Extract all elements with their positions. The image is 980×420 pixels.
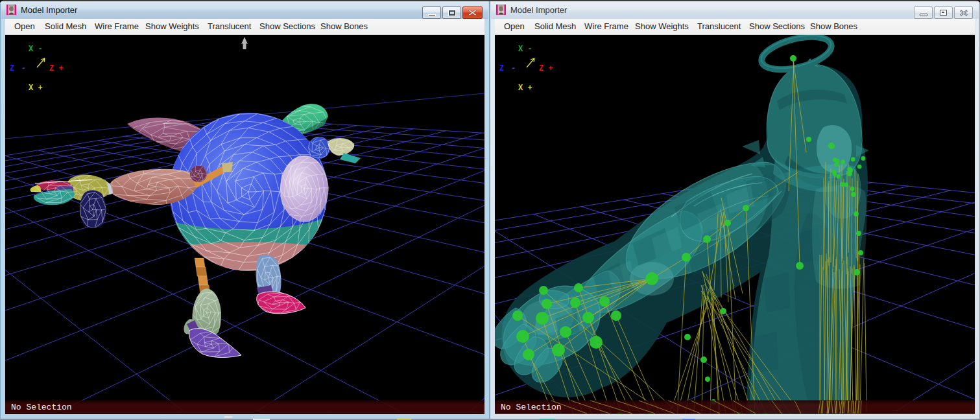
- svg-text:No Selection: No Selection: [501, 402, 562, 412]
- svg-text:-: -: [21, 64, 26, 73]
- svg-text:X -: X -: [29, 45, 43, 54]
- svg-text:X +: X +: [518, 84, 532, 93]
- svg-text:Z: Z: [10, 64, 14, 73]
- svg-text:Z +: Z +: [539, 64, 553, 73]
- svg-text:Z +: Z +: [49, 64, 64, 73]
- svg-text:X -: X -: [518, 45, 532, 54]
- svg-text:-: -: [511, 64, 516, 73]
- svg-text:X +: X +: [29, 84, 43, 93]
- svg-text:No Selection: No Selection: [11, 402, 72, 412]
- svg-text:Z: Z: [499, 64, 504, 73]
